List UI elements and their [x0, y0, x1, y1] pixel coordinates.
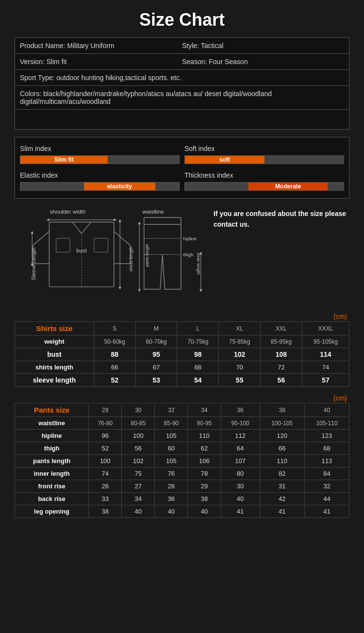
pants-cell-4-3: 78	[188, 467, 221, 480]
pants-cell-1-5: 120	[260, 430, 304, 442]
slim-badge: Slim fit	[20, 156, 108, 164]
pants-row-label-5: front rise	[15, 480, 89, 493]
soft-badge: soft	[185, 156, 265, 164]
pants-row-3: pants length100102105106107110113	[15, 455, 349, 467]
pants-cell-0-4: 95-100	[221, 417, 260, 430]
info-row-1: Product Name: Military Uniform Style: Ta…	[15, 38, 349, 54]
pants-row-label-6: back rise	[15, 493, 89, 505]
shirts-table: Shirts size S M L XL XXL XXXL weight50-6…	[15, 321, 349, 387]
svg-marker-6	[114, 218, 117, 221]
svg-marker-17	[138, 222, 141, 225]
thickness-bar: Moderate	[184, 182, 344, 191]
shirts-cell-1-1: 95	[135, 348, 177, 361]
product-name: Product Name: Military Uniform	[20, 42, 182, 50]
shirts-cell-3-3: 55	[219, 374, 261, 387]
shirts-row-label-1: bust	[15, 348, 94, 361]
slim-index-item: Slim index Slim fit	[20, 145, 180, 164]
pants-cell-2-1: 56	[122, 442, 155, 455]
pants-cell-5-1: 27	[122, 480, 155, 493]
pants-row-label-7: leg opening	[15, 505, 89, 518]
pants-cell-0-1: 80-85	[122, 417, 155, 430]
pants-cell-6-5: 42	[260, 493, 304, 505]
svg-rect-2	[94, 238, 108, 252]
pants-cell-3-4: 107	[221, 455, 260, 467]
pants-cell-2-3: 62	[188, 442, 221, 455]
diagram-area: shoulder width waistline Sleeve Length b…	[15, 208, 209, 305]
pants-cell-4-1: 75	[122, 467, 155, 480]
pants-cell-7-1: 40	[122, 505, 155, 518]
pants-row-7: leg opening38404040414141	[15, 505, 349, 518]
pants-cell-2-2: 60	[155, 442, 188, 455]
shirts-tbody: weight50-60kg60-70kg70-75kg75-85kg85-95k…	[15, 335, 349, 387]
shirts-cell-3-2: 54	[177, 374, 219, 387]
pants-cell-0-5: 100-105	[260, 417, 304, 430]
pants-cell-6-6: 44	[304, 493, 349, 505]
shirts-row-label-3: sleeve length	[15, 374, 94, 387]
pants-cell-4-5: 82	[260, 467, 304, 480]
pants-cell-7-0: 38	[89, 505, 122, 518]
diagram-section: shoulder width waistline Sleeve Length b…	[15, 208, 349, 305]
diagram-svg: shoulder width waistline Sleeve Length b…	[15, 208, 209, 305]
svg-marker-12	[118, 287, 121, 290]
shirts-row-label-0: weight	[15, 335, 94, 348]
elastic-index-item: Elastic index elasticity	[20, 171, 180, 191]
shirts-cell-0-4: 85-95kg	[261, 335, 302, 348]
pants-cell-5-0: 26	[89, 480, 122, 493]
pants-cell-3-5: 110	[260, 455, 304, 467]
contact-note: If you are confused about the size pleas…	[214, 208, 349, 230]
shirts-row-label-2: shirts length	[15, 361, 94, 374]
pants-row-label-2: thigh	[15, 442, 89, 455]
pants-row-label-1: hipline	[15, 430, 89, 442]
pants-cell-7-6: 41	[304, 505, 349, 518]
elastic-label: Elastic index	[20, 171, 180, 179]
shirts-cell-1-0: 88	[94, 348, 135, 361]
elastic-bar: elasticity	[20, 182, 180, 191]
shirts-cell-1-2: 98	[177, 348, 219, 361]
pants-34: 34	[188, 403, 221, 417]
shirts-cell-0-1: 60-70kg	[135, 335, 177, 348]
version: Version: Slim fit	[20, 58, 182, 66]
style: Style: Tactical	[182, 42, 344, 50]
shirts-cell-0-3: 75-85kg	[219, 335, 261, 348]
svg-marker-11	[118, 219, 121, 222]
slim-label: Slim index	[20, 145, 180, 152]
pants-table: Pants size 28 30 32 34 36 38 40 waistlin…	[15, 403, 349, 518]
pants-length-label: pants length	[145, 244, 149, 267]
info-row-2: Version: Slim fit Season: Four Season	[15, 54, 349, 70]
pants-32: 32	[155, 403, 188, 417]
product-info-box: Product Name: Military Uniform Style: Ta…	[15, 37, 349, 130]
pants-cell-1-3: 110	[188, 430, 221, 442]
pants-cell-5-2: 28	[155, 480, 188, 493]
shirts-m: M	[135, 322, 177, 335]
pants-row-0: waistline76-8080-8585-9090-9595-100100-1…	[15, 417, 349, 430]
inner-length-label: inner length	[196, 253, 201, 275]
pants-row-6: back rise33343638404244	[15, 493, 349, 505]
shirts-xl: XL	[219, 322, 261, 335]
pants-28: 28	[89, 403, 122, 417]
pants-cell-2-0: 52	[89, 442, 122, 455]
shirts-cell-2-3: 70	[219, 361, 261, 374]
pants-cell-6-2: 36	[155, 493, 188, 505]
pants-cell-5-5: 31	[260, 480, 304, 493]
shirts-s: S	[94, 322, 135, 335]
soft-label: Soft index	[184, 145, 344, 152]
pants-cell-1-4: 112	[221, 430, 260, 442]
shirts-cell-3-5: 57	[302, 374, 349, 387]
sport-type: Sport Type: outdoor hunting hiking,tacti…	[15, 70, 349, 86]
shirts-cell-2-2: 68	[177, 361, 219, 374]
shirts-cm-label: (cm)	[15, 310, 349, 321]
shirts-length-label: shirts length	[128, 247, 133, 271]
pants-tbody: waistline76-8080-8585-9090-9595-100100-1…	[15, 417, 349, 518]
thickness-index-item: Thickness index Moderate	[184, 171, 344, 191]
pants-row-label-4: inner length	[15, 467, 89, 480]
shirts-cell-2-4: 72	[261, 361, 302, 374]
page-title: Size Chart	[0, 0, 364, 37]
waistline-label: waistline	[142, 209, 164, 215]
soft-index-item: Soft index soft	[184, 145, 344, 164]
pants-cell-6-3: 38	[188, 493, 221, 505]
pants-cell-6-1: 34	[122, 493, 155, 505]
pants-cell-5-3: 29	[188, 480, 221, 493]
pants-cell-4-4: 80	[221, 467, 260, 480]
shirts-cell-2-1: 67	[135, 361, 177, 374]
pants-cell-6-0: 33	[89, 493, 122, 505]
